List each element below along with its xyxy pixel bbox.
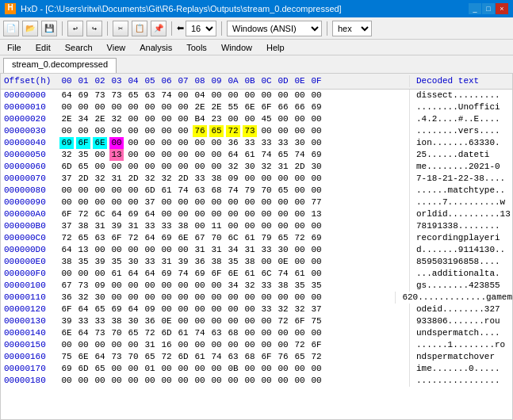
hex-byte[interactable]: 00 (293, 208, 307, 220)
hex-byte[interactable]: 00 (276, 113, 290, 125)
hex-byte[interactable]: 00 (109, 244, 124, 256)
hex-byte[interactable]: 2D (126, 173, 140, 185)
hex-byte[interactable]: 00 (209, 375, 224, 387)
hex-byte[interactable]: 00 (193, 375, 207, 387)
hex-byte[interactable]: 00 (309, 375, 323, 387)
hex-byte[interactable]: 38 (59, 256, 74, 268)
hex-byte[interactable]: 00 (176, 280, 190, 292)
hex-byte[interactable]: 31 (109, 173, 124, 185)
hex-byte[interactable]: 00 (209, 280, 224, 292)
hex-byte[interactable]: 00 (109, 101, 124, 113)
hex-byte[interactable]: 00 (243, 304, 257, 315)
hex-byte[interactable]: 00 (143, 375, 157, 387)
hex-byte[interactable]: 74 (159, 90, 174, 101)
hex-byte[interactable]: 33 (243, 137, 257, 149)
hex-byte[interactable]: 00 (59, 375, 74, 387)
hex-byte[interactable]: 00 (159, 363, 174, 375)
hex-byte[interactable]: 6F (309, 339, 323, 351)
hex-byte[interactable]: 65 (276, 185, 290, 197)
hex-byte[interactable]: 00 (259, 256, 274, 268)
hex-byte[interactable]: 69 (59, 363, 74, 375)
hex-byte[interactable]: 35 (226, 256, 240, 268)
hex-byte[interactable]: 64 (93, 351, 107, 363)
hex-byte[interactable]: 00 (259, 363, 274, 375)
table-row[interactable]: 00000160756E64737065726D617463686F766572… (1, 351, 512, 363)
hex-byte[interactable]: 69 (109, 304, 124, 315)
hex-byte[interactable]: 6F (209, 268, 224, 280)
hex-byte[interactable]: 00 (259, 292, 274, 304)
hex-byte[interactable]: 00 (159, 280, 174, 292)
hex-byte[interactable]: 6E (93, 137, 107, 149)
hex-byte[interactable]: 09 (143, 304, 157, 315)
hex-byte[interactable]: 00 (76, 101, 90, 113)
hex-byte[interactable]: 0B (226, 363, 240, 375)
hex-byte[interactable]: 00 (126, 280, 140, 292)
hex-byte[interactable]: 00 (59, 268, 74, 280)
hex-byte[interactable]: 35 (76, 149, 90, 161)
hex-byte[interactable]: 00 (193, 220, 207, 232)
hex-byte[interactable]: 00 (143, 137, 157, 149)
hex-byte[interactable]: 00 (259, 220, 274, 232)
hex-byte[interactable]: 00 (143, 149, 157, 161)
menu-search[interactable]: Search (63, 43, 95, 52)
hex-byte[interactable]: 00 (193, 363, 207, 375)
hex-byte[interactable]: 00 (276, 220, 290, 232)
menu-edit[interactable]: Edit (33, 43, 53, 52)
table-row[interactable]: 0000005032350013000000000000646174657469… (1, 149, 512, 161)
hex-byte[interactable]: 67 (193, 232, 207, 244)
table-row[interactable]: 00000170696D65000001000000000B0000000000… (1, 363, 512, 375)
hex-byte[interactable]: 33 (143, 220, 157, 232)
hex-byte[interactable]: 6E (76, 351, 90, 363)
hex-byte[interactable]: 30 (93, 292, 107, 304)
hex-byte[interactable]: 00 (209, 90, 224, 101)
hex-byte[interactable]: 00 (126, 125, 140, 137)
hex-byte[interactable]: 04 (193, 90, 207, 101)
hex-byte[interactable]: 31 (209, 244, 224, 256)
hex-byte[interactable]: 63 (226, 351, 240, 363)
hex-byte[interactable]: 38 (243, 256, 257, 268)
hex-byte[interactable]: 70 (209, 232, 224, 244)
hex-byte[interactable]: 00 (293, 363, 307, 375)
hex-byte[interactable]: 00 (293, 375, 307, 387)
hex-byte[interactable]: 00 (159, 304, 174, 315)
hex-byte[interactable]: 35 (109, 256, 124, 268)
hex-byte[interactable]: 6F (259, 101, 274, 113)
hex-byte[interactable]: 2E (209, 101, 224, 113)
hex-byte[interactable]: 00 (159, 292, 174, 304)
hex-byte[interactable]: 00 (59, 101, 74, 113)
hex-byte[interactable]: 09 (93, 280, 107, 292)
hex-byte[interactable]: 38 (109, 315, 124, 327)
table-row[interactable]: 0000008000000000006D61746368747970650000… (1, 185, 512, 197)
table-row[interactable]: 0000000064697373656374000400000000000000… (1, 90, 512, 101)
menu-window[interactable]: Window (219, 43, 255, 52)
hex-byte[interactable]: 35 (309, 280, 323, 292)
hex-byte[interactable]: 69 (76, 90, 90, 101)
hex-byte[interactable]: 00 (143, 244, 157, 256)
hex-byte[interactable]: 61 (193, 351, 207, 363)
hex-byte[interactable]: 64 (226, 149, 240, 161)
hex-byte[interactable]: 45 (259, 113, 274, 125)
hex-byte[interactable]: 33 (193, 173, 207, 185)
menu-help[interactable]: Help (264, 43, 287, 52)
hex-byte[interactable]: 00 (309, 363, 323, 375)
hex-byte[interactable]: 64 (143, 268, 157, 280)
hex-byte[interactable]: 00 (143, 280, 157, 292)
hex-byte[interactable]: 00 (309, 185, 323, 197)
hex-byte[interactable]: 00 (76, 268, 90, 280)
undo-button[interactable]: ↩ (67, 21, 83, 36)
hex-byte[interactable]: 33 (76, 315, 90, 327)
hex-byte[interactable]: 55 (226, 101, 240, 113)
hex-byte[interactable]: 66 (293, 101, 307, 113)
hex-byte[interactable]: 00 (93, 149, 107, 161)
hex-byte[interactable]: B4 (193, 113, 207, 125)
hex-byte[interactable]: 61 (243, 268, 257, 280)
hex-byte[interactable]: 32 (143, 173, 157, 185)
hex-byte[interactable]: 63 (93, 232, 107, 244)
hex-byte[interactable]: 00 (93, 197, 107, 208)
hex-byte[interactable]: 65 (143, 351, 157, 363)
hex-byte[interactable]: 72 (293, 232, 307, 244)
hex-byte[interactable]: 72 (76, 208, 90, 220)
hex-byte[interactable]: 00 (126, 339, 140, 351)
hex-byte[interactable]: 6D (159, 327, 174, 339)
hex-byte[interactable]: 00 (176, 137, 190, 149)
